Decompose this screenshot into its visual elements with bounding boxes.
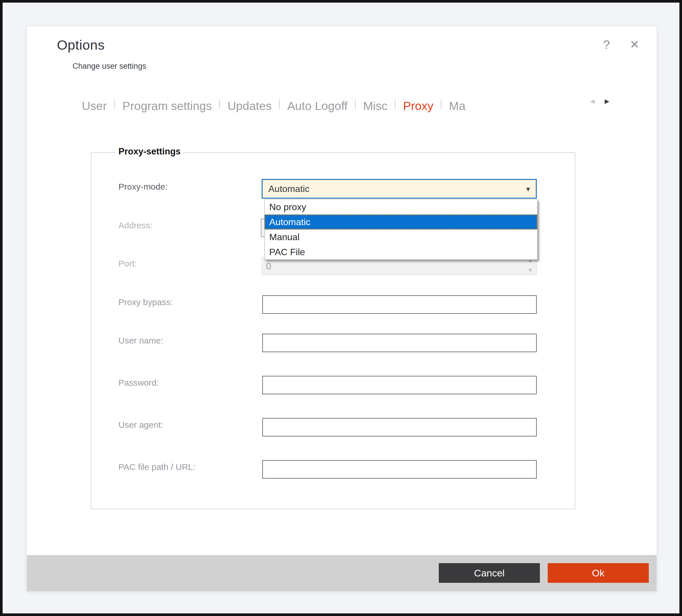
proxy-mode-dropdown-list: No proxy Automatic Manual PAC File	[264, 199, 538, 260]
tab-misc[interactable]: Misc	[362, 99, 388, 113]
tab-scroll-right-icon[interactable]: ►	[603, 98, 611, 105]
password-label: Password:	[118, 378, 159, 388]
proxy-mode-value: Automatic	[268, 184, 310, 194]
options-dialog: Options Change user settings ? ✕ User Pr…	[27, 27, 657, 591]
proxy-mode-combobox[interactable]: Automatic ▼	[262, 179, 537, 198]
cancel-button[interactable]: Cancel	[439, 563, 540, 583]
tab-separator	[395, 100, 395, 109]
tab-proxy[interactable]: Proxy	[402, 99, 434, 113]
dialog-title: Options	[57, 37, 105, 53]
tab-separator	[114, 100, 115, 109]
screen-background: Options Change user settings ? ✕ User Pr…	[0, 0, 682, 616]
tab-strip: User Program settings Updates Auto Logof…	[81, 99, 467, 113]
tab-truncated[interactable]: Ma	[448, 99, 467, 113]
dropdown-option-automatic[interactable]: Automatic	[265, 214, 537, 230]
tab-separator	[355, 100, 356, 109]
tab-updates[interactable]: Updates	[226, 99, 273, 113]
tab-separator	[219, 100, 220, 109]
port-value: 0	[266, 261, 271, 271]
spinner-buttons: ▲ ▼	[524, 258, 533, 275]
tab-auto-logoff[interactable]: Auto Logoff	[286, 99, 349, 113]
proxy-mode-label: Proxy-mode:	[118, 182, 167, 192]
dropdown-option-no-proxy[interactable]: No proxy	[265, 199, 537, 214]
tab-user[interactable]: User	[81, 99, 108, 113]
groupbox-legend: Proxy-settings	[116, 146, 183, 157]
pac-file-input[interactable]	[262, 460, 537, 479]
dropdown-arrow-icon: ▼	[525, 186, 531, 193]
tab-scroll-left-icon[interactable]: ◄	[588, 98, 596, 105]
dropdown-option-pac-file[interactable]: PAC File	[265, 244, 537, 260]
tab-program-settings[interactable]: Program settings	[121, 99, 213, 113]
user-agent-input[interactable]	[262, 418, 537, 436]
port-spinner: 0 ▲ ▼	[262, 257, 537, 275]
port-label: Port:	[118, 259, 137, 268]
address-label: Address:	[118, 220, 153, 230]
proxy-bypass-input[interactable]	[262, 295, 537, 314]
dialog-subtitle: Change user settings	[72, 62, 146, 71]
pac-file-label: PAC file path / URL:	[118, 462, 195, 472]
close-icon[interactable]: ✕	[630, 39, 639, 50]
ok-button[interactable]: Ok	[548, 563, 649, 583]
user-agent-label: User agent:	[118, 420, 163, 430]
tab-separator	[279, 100, 280, 109]
password-input[interactable]	[262, 376, 537, 394]
footer-bar: Cancel Ok	[27, 555, 657, 591]
user-name-label: User name:	[118, 336, 163, 346]
spin-down-icon: ▼	[527, 267, 533, 273]
proxy-bypass-label: Proxy bypass:	[118, 297, 173, 307]
tab-separator	[441, 100, 441, 109]
user-name-input[interactable]	[262, 334, 537, 352]
dropdown-option-manual[interactable]: Manual	[265, 230, 537, 244]
help-icon[interactable]: ?	[603, 39, 610, 51]
